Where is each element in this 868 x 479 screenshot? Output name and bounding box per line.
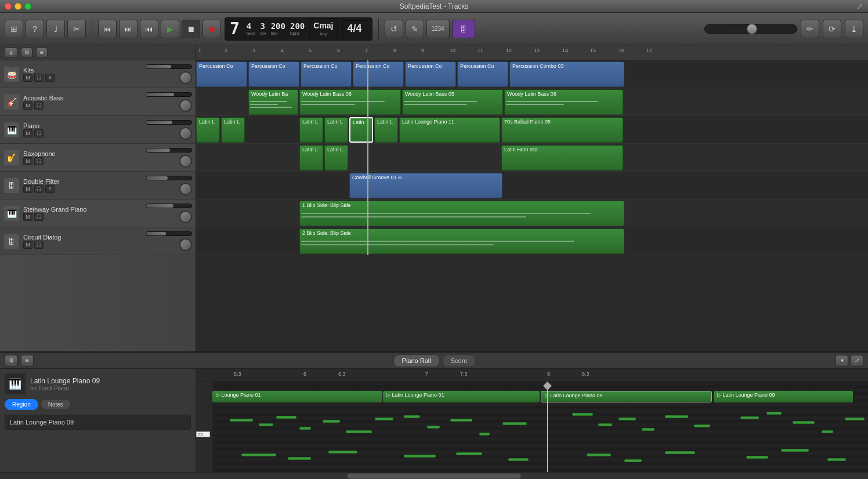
loop-button[interactable]: ⟳ [823,20,841,38]
track-lane-circuit[interactable]: 2 Blip Side: Blip Side [196,227,868,255]
track-slider-double-filter[interactable] [146,176,192,180]
midi-block-woody-bass-06-2[interactable]: Woody Latin Bass 06 [504,89,623,115]
track-mute-acoustic-bass[interactable]: M [23,101,32,110]
midi-block-latin-horn[interactable]: Latin Horn Sta [501,145,623,170]
record-button[interactable]: ⏺ [202,20,221,38]
track-headphone-circuit[interactable]: 🎧 [34,241,44,249]
metronome-button[interactable]: ♩ [46,20,65,38]
track-settings-button[interactable]: ⚙ [21,48,32,58]
plugin-button[interactable]: 🎛 [452,20,475,38]
midi-block-latin-lounge-11[interactable]: Latin Lounge Piano 11 [399,117,500,143]
midi-block-latin-5-active[interactable]: Latin [349,117,373,143]
midi-block-sax-2[interactable]: Latin L [324,145,348,170]
maximize-button[interactable] [24,3,31,10]
track-lane-piano[interactable]: Latin L Latin L Latin L Latin L Latin La… [196,116,868,144]
midi-block-70s-ballad[interactable]: 70s Ballad Piano 05 [501,117,623,143]
track-headphone-piano[interactable]: 🎧 [34,129,44,137]
play-button[interactable]: ▶ [161,20,179,38]
track-headphone-kits[interactable]: 🎧 [34,74,44,82]
help-button[interactable]: ? [26,20,44,38]
midi-block-percussion-3[interactable]: Percussion Co [301,61,352,87]
close-button[interactable] [5,3,12,10]
midi-block-cowbell[interactable]: Cowbell Groove 01 ∞ [349,173,502,198]
piano-roll-timeline[interactable]: 5.3 6 6.3 7 7.3 8 8.3 C5 [196,369,868,472]
tab-piano-roll[interactable]: Piano Roll [393,354,440,367]
bottom-expand-button[interactable]: ⤢ [851,355,863,366]
lcd-button[interactable]: ⊞ [5,20,23,38]
midi-block-latin-2[interactable]: Latin L [221,117,245,143]
track-slider-piano[interactable] [146,120,192,125]
track-slider-acoustic-bass[interactable] [146,92,192,97]
cycle-button[interactable]: ↺ [385,20,403,38]
track-lane-saxophone[interactable]: Latin L Latin L Latin Horn Sta [196,144,868,172]
midi-block-latin-1[interactable]: Latin L [196,117,220,143]
track-headphone-steinway[interactable]: 🎧 [34,213,44,221]
track-headphone-saxophone[interactable]: 🎧 [34,157,44,165]
midi-block-latin-3[interactable]: Latin L [299,117,323,143]
bounce-button[interactable]: ⤓ [845,20,863,38]
track-knob-piano[interactable] [179,127,192,140]
bottom-filter-button[interactable]: ≡ [21,355,34,366]
midi-block-sax-1[interactable]: Latin L [299,145,323,170]
track-lane-steinway[interactable]: 1 Blip Side: Blip Side [196,199,868,227]
midi-block-percussion-6[interactable]: Percussion Co [457,61,508,87]
stop-button[interactable]: ⏹ [182,20,200,38]
minimize-button[interactable] [15,3,21,10]
midi-block-woody-bass-05[interactable]: Woody Latin Bass 05 [402,89,503,115]
master-volume-slider[interactable] [704,24,797,34]
tab-score[interactable]: Score [442,354,476,367]
track-filter-button[interactable]: ≡ [36,48,48,58]
track-headphone-acoustic-bass[interactable]: 🎧 [34,101,44,110]
track-lane-bass[interactable]: Woody Latin Ba Woody Latin Bass 06 [196,88,868,116]
region-tab-region[interactable]: Region [5,399,38,410]
go-to-start-button[interactable]: ⏮ [140,20,158,38]
midi-block-percussion-1[interactable]: Percussion Co [196,61,247,87]
bottom-collapse-button[interactable]: ▾ [836,355,848,366]
track-knob-circuit[interactable] [179,238,192,251]
edit-button[interactable]: ✏ [801,20,819,38]
track-solo-kits[interactable]: S [45,74,55,82]
track-mute-double-filter[interactable]: M [23,185,32,193]
track-lane-kits[interactable]: Percussion Co Percussion Co Percussion C… [196,60,868,88]
pr-track-latin-lounge-09-1[interactable]: ▷ Latin Lounge Piano 09 [541,391,712,402]
pencil-button[interactable]: ✎ [406,20,424,38]
midi-block-percussion-5[interactable]: Percussion Co [405,61,456,87]
midi-block-latin-4[interactable]: Latin L [324,117,348,143]
midi-block-percussion-combo-03[interactable]: Percussion Combo 03 [509,61,624,87]
midi-block-blip-1[interactable]: 1 Blip Side: Blip Side [299,201,624,226]
piano-key-c5[interactable]: C5 [196,431,210,437]
track-mute-circuit[interactable]: M [23,241,32,249]
midi-block-percussion-2[interactable]: Percussion Co [248,61,299,87]
pr-track-latin-lounge-01[interactable]: ▷ Latin Lounge Piano 01 [383,391,540,402]
track-knob-kits[interactable] [179,71,192,84]
scissors-button[interactable]: ✂ [67,20,86,38]
track-slider-steinway[interactable] [146,204,192,208]
track-mute-steinway[interactable]: M [23,213,32,221]
pr-track-lounge-01[interactable]: ▷ Lounge Piano 01 [212,391,382,402]
region-tab-notes[interactable]: Notes [41,399,71,410]
pr-track-latin-lounge-09-2[interactable]: ▷ Latin Lounge Piano 09 [714,391,853,402]
track-knob-steinway[interactable] [179,211,192,223]
expand-button[interactable]: ⤢ [856,2,863,11]
midi-block-latin-6[interactable]: Latin L [374,117,398,143]
track-headphone-double-filter[interactable]: 🎧 [34,185,44,193]
track-solo-double-filter[interactable]: S [45,185,55,193]
midi-block-blip-2[interactable]: 2 Blip Side: Blip Side [299,228,624,254]
scrollbar-thumb[interactable] [347,473,520,479]
timeline-area[interactable]: 1 2 3 4 5 6 7 8 9 10 11 12 13 14 15 16 1 [196,45,868,351]
track-mute-saxophone[interactable]: M [23,157,32,165]
track-knob-double-filter[interactable] [179,183,192,195]
track-knob-saxophone[interactable] [179,155,192,168]
midi-block-percussion-4[interactable]: Percussion Co [353,61,404,87]
track-knob-acoustic-bass[interactable] [179,99,192,112]
track-mute-kits[interactable]: M [23,74,32,82]
track-slider-kits[interactable] [146,64,192,69]
track-slider-circuit[interactable] [146,231,192,236]
midi-block-woody-bass-06-1[interactable]: Woody Latin Bass 06 [299,89,401,115]
bottom-scrollbar[interactable] [0,472,868,479]
fast-forward-button[interactable]: ⏭ [119,20,138,38]
track-lane-double-filter[interactable]: Cowbell Groove 01 ∞ [196,172,868,199]
track-mute-piano[interactable]: M [23,129,32,137]
bottom-settings-button[interactable]: ⚙ [5,355,17,366]
rewind-button[interactable]: ⏮ [98,20,117,38]
